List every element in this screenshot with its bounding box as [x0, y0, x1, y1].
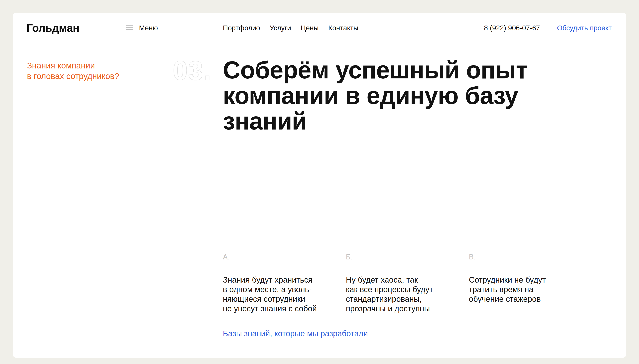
logo[interactable]: Гольдман: [27, 22, 79, 34]
benefit-text: Знания будут храниться в одном месте, а …: [223, 275, 346, 313]
main-nav: Портфолио Услуги Цены Контакты: [223, 24, 358, 32]
benefit-label: В.: [469, 253, 592, 261]
menu-label: Меню: [139, 24, 158, 32]
hero-title: Соберём успешный опыт компании в единую …: [223, 57, 527, 134]
site-card: Гольдман Меню Портфолио Услуги Цены Конт…: [13, 13, 626, 358]
discuss-project-link[interactable]: Обсудить проект: [557, 24, 612, 32]
nav-services[interactable]: Услуги: [270, 24, 291, 32]
menu-toggle[interactable]: Меню: [126, 24, 158, 32]
benefit-label: Б.: [346, 253, 469, 261]
nav-portfolio[interactable]: Портфолио: [223, 24, 260, 32]
section-number: 03.: [173, 58, 212, 84]
site-header: Гольдман Меню Портфолио Услуги Цены Конт…: [13, 13, 626, 43]
benefit-item-v: В. Сотрудники не будут тратить время на …: [469, 253, 592, 313]
benefit-text: Сотрудники не будут тратить время на обу…: [469, 275, 592, 304]
benefit-text: Ну будет хаоса, так как все процессы буд…: [346, 275, 469, 313]
eyebrow-question: Знания компании в головах сотрудников?: [27, 60, 119, 82]
benefit-item-a: А. Знания будут храниться в одном месте,…: [223, 253, 346, 313]
benefit-label: А.: [223, 253, 346, 261]
knowledge-bases-link[interactable]: Базы знаний, которые мы разработали: [223, 329, 368, 340]
nav-contacts[interactable]: Контакты: [328, 24, 358, 32]
phone-number[interactable]: 8 (922) 906-07-67: [484, 24, 540, 32]
benefits-section: А. Знания будут храниться в одном месте,…: [223, 253, 592, 313]
nav-prices[interactable]: Цены: [301, 24, 319, 32]
hamburger-icon: [126, 26, 133, 30]
benefit-item-b: Б. Ну будет хаоса, так как все процессы …: [346, 253, 469, 313]
